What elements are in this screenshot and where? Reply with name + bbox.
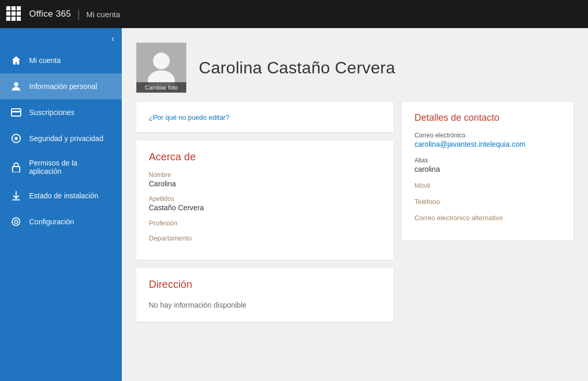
why-cant-edit-link[interactable]: ¿Por qué no puedo editar? bbox=[149, 113, 229, 121]
sidebar-label-configuracion: Configuración bbox=[29, 218, 74, 226]
sidebar-item-configuracion[interactable]: Configuración bbox=[0, 209, 122, 235]
sidebar-item-permisos-aplicacion[interactable]: Permisos de la aplicación bbox=[0, 151, 122, 183]
profesion-field-group: Profesión bbox=[149, 219, 381, 227]
sidebar-label-permisos-aplicacion: Permisos de la aplicación bbox=[29, 159, 111, 175]
svg-point-4 bbox=[15, 137, 18, 140]
cards-right: Detalles de contacto Correo electrónico … bbox=[402, 102, 573, 240]
sidebar-label-mi-cuenta: Mi cuenta bbox=[29, 56, 61, 65]
sidebar-collapse-area: ‹ bbox=[0, 28, 122, 47]
svg-point-0 bbox=[14, 82, 18, 86]
contact-card: Detalles de contacto Correo electrónico … bbox=[402, 102, 573, 240]
cards-left: ¿Por qué no puedo editar? Acerca de Nomb… bbox=[136, 102, 393, 322]
home-icon bbox=[10, 55, 22, 66]
topbar: Office 365 | Mi cuenta bbox=[0, 0, 588, 28]
sidebar-item-mi-cuenta[interactable]: Mi cuenta bbox=[0, 47, 122, 73]
email-field-group: Correo electrónico carolina@javantest.in… bbox=[414, 132, 561, 148]
sidebar: ‹ Mi cuenta Información personal Suscrip… bbox=[0, 28, 122, 381]
apellidos-field-group: Apellidos Castaño Cervera bbox=[149, 195, 381, 212]
sidebar-label-informacion-personal: Información personal bbox=[29, 82, 97, 91]
sidebar-item-informacion-personal[interactable]: Información personal bbox=[0, 73, 122, 99]
email-label: Correo electrónico bbox=[414, 132, 561, 139]
profesion-label: Profesión bbox=[149, 219, 381, 227]
contact-title: Detalles de contacto bbox=[414, 112, 561, 123]
alias-label: Alias bbox=[414, 157, 561, 164]
sidebar-label-estado-instalacion: Estado de instalación bbox=[29, 192, 98, 200]
person-icon bbox=[10, 81, 22, 92]
address-title: Dirección bbox=[149, 278, 381, 290]
about-card: Acerca de Nombre Carolina Apellidos Cast… bbox=[136, 141, 393, 260]
movil-label: Móvil bbox=[414, 182, 561, 189]
sidebar-label-seguridad-privacidad: Seguridad y privacidad bbox=[29, 134, 103, 143]
nombre-field-group: Nombre Carolina bbox=[149, 171, 381, 188]
security-icon bbox=[10, 133, 22, 144]
apps-grid-icon[interactable] bbox=[6, 6, 22, 22]
svg-rect-5 bbox=[12, 167, 20, 172]
profile-header: Cambiar foto Carolina Castaño Cervera bbox=[122, 28, 588, 102]
cards-area: ¿Por qué no puedo editar? Acerca de Nomb… bbox=[122, 102, 588, 336]
departamento-field-group: Departamento bbox=[149, 234, 381, 242]
address-card: Dirección No hay información disponible bbox=[136, 268, 393, 322]
sidebar-collapse-button[interactable]: ‹ bbox=[111, 33, 114, 44]
nombre-label: Nombre bbox=[149, 171, 381, 179]
apellidos-label: Apellidos bbox=[149, 195, 381, 202]
svg-rect-2 bbox=[11, 111, 21, 112]
alt-email-label: Correo electrónico alternativo bbox=[414, 214, 561, 222]
content-area: Cambiar foto Carolina Castaño Cervera ¿P… bbox=[122, 28, 588, 381]
svg-point-7 bbox=[153, 53, 170, 69]
about-title: Acerca de bbox=[149, 151, 381, 163]
apellidos-value: Castaño Cervera bbox=[149, 204, 381, 212]
main-layout: ‹ Mi cuenta Información personal Suscrip… bbox=[0, 28, 588, 381]
profile-name: Carolina Castaño Cervera bbox=[199, 58, 395, 78]
telefono-field-group: Teléfono bbox=[414, 198, 561, 206]
sidebar-item-seguridad-privacidad[interactable]: Seguridad y privacidad bbox=[0, 125, 122, 151]
nombre-value: Carolina bbox=[149, 180, 381, 188]
topbar-divider: | bbox=[78, 8, 80, 20]
alt-email-field-group: Correo electrónico alternativo bbox=[414, 214, 561, 222]
edit-info-card: ¿Por qué no puedo editar? bbox=[136, 102, 393, 132]
gear-icon bbox=[10, 216, 22, 227]
download-icon bbox=[10, 190, 22, 201]
card-icon bbox=[10, 107, 22, 118]
lock-icon bbox=[10, 161, 22, 173]
email-value[interactable]: carolina@javantest.intelequia.com bbox=[414, 140, 561, 148]
sidebar-item-estado-instalacion[interactable]: Estado de instalación bbox=[0, 183, 122, 209]
alias-value: carolina bbox=[414, 165, 561, 173]
avatar-container: Cambiar foto bbox=[136, 43, 186, 93]
address-no-info: No hay información disponible bbox=[149, 299, 381, 311]
sidebar-item-suscripciones[interactable]: Suscripciones bbox=[0, 99, 122, 125]
topbar-section: Mi cuenta bbox=[86, 10, 120, 19]
movil-field-group: Móvil bbox=[414, 182, 561, 189]
telefono-label: Teléfono bbox=[414, 198, 561, 206]
alias-field-group: Alias carolina bbox=[414, 157, 561, 173]
departamento-label: Departamento bbox=[149, 234, 381, 242]
app-title: Office 365 bbox=[29, 9, 71, 19]
sidebar-label-suscripciones: Suscripciones bbox=[29, 108, 74, 117]
change-photo-button[interactable]: Cambiar foto bbox=[136, 82, 186, 93]
